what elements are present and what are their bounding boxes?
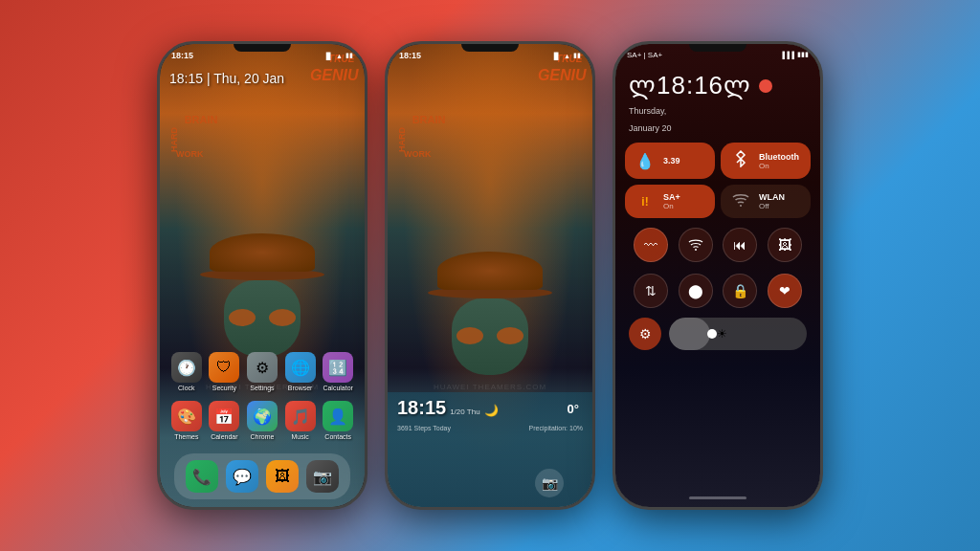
cc-btn-heart[interactable]: ❤ xyxy=(768,274,802,308)
chrome-label: Chrome xyxy=(251,433,275,440)
brightness-thumb xyxy=(707,329,717,339)
app-browser[interactable]: 🌐 Browser xyxy=(285,352,316,391)
dock-phone[interactable]: 📞 xyxy=(186,460,218,493)
app-music[interactable]: 🎵 Music xyxy=(285,401,316,440)
themes-label: Themes xyxy=(174,433,198,440)
toggle-sa-info: SA+ On xyxy=(663,192,680,210)
face-2 xyxy=(452,298,528,375)
face xyxy=(224,280,301,357)
dock-camera[interactable]: 📷 xyxy=(306,460,339,493)
toggle-bluetooth[interactable]: Bluetooth On xyxy=(721,143,811,179)
art-hard-2: HARD xyxy=(398,127,408,152)
lockscreen-date-inline: 1/20 Thu xyxy=(450,408,479,416)
app-row-2: 🎨 Themes 📅 Calendar 🌍 Chrome 🎵 Music 👤 xyxy=(167,401,357,440)
dock: 📞 💬 🖼 📷 xyxy=(174,453,350,499)
security-icon: 🛡 xyxy=(209,352,239,383)
cc-status-right: ▐▐▐ ▮▮▮ xyxy=(780,51,809,58)
toggle-bluetooth-info: Bluetooth On xyxy=(759,152,799,170)
app-calculator[interactable]: 🔢 Calculator xyxy=(323,352,353,391)
cc-signal-icon: ▐▐▐ xyxy=(780,52,794,58)
clock-label: Clock xyxy=(178,385,195,391)
art-genius-2: GENIU xyxy=(538,67,587,84)
toggle-data-name: 3.39 xyxy=(663,156,680,165)
notch-3 xyxy=(689,44,746,52)
cc-clock-area: ლ18:16ლ Thursday, January 20 xyxy=(615,65,820,139)
cc-time-row: ლ18:16ლ xyxy=(629,71,807,100)
browser-icon: 🌐 xyxy=(285,352,316,383)
svg-point-1 xyxy=(695,249,697,251)
toggle-data[interactable]: 💧 3.39 xyxy=(625,143,715,179)
data-icon: 💧 xyxy=(635,152,656,170)
hat xyxy=(210,233,315,272)
art-brain: BRAIN xyxy=(185,114,218,125)
art-hard: HARD xyxy=(170,127,180,152)
phone2-screen: True GENIU HARD BRAIN WORK 18:15 ▐▌ ▲ ▮▮… xyxy=(388,44,592,507)
app-grid: 🕐 Clock 🛡 Security ⚙ Settings 🌐 Browser … xyxy=(160,352,365,450)
art-brain-2: BRAIN xyxy=(412,114,446,125)
phone-1: True GENIU HARD BRAIN WORK 18:15 ▐▌ ▲ ▮▮… xyxy=(157,41,368,510)
app-calendar[interactable]: 📅 Calendar xyxy=(209,401,239,440)
toggle-sa-name: SA+ xyxy=(663,192,680,202)
svg-point-0 xyxy=(740,205,742,207)
battery-icon: ▮▮ xyxy=(345,52,353,59)
cc-btn-brightness[interactable]: ⬤ xyxy=(679,274,713,308)
lockscreen-steps: 3691 Steps Today xyxy=(397,425,451,431)
lockscreen-camera-btn[interactable]: 📷 xyxy=(535,469,564,497)
security-label: Security xyxy=(212,385,236,391)
cc-btn-wave[interactable]: 〰 xyxy=(634,228,668,262)
browser-label: Browser xyxy=(288,385,313,391)
calendar-icon: 📅 xyxy=(209,401,239,431)
cc-date-area: Thursday, January 20 xyxy=(629,100,807,135)
app-security[interactable]: 🛡 Security xyxy=(209,352,239,391)
lockscreen-time: 18:15 xyxy=(397,397,446,419)
cc-btn-gallery[interactable]: 🖼 xyxy=(768,228,802,262)
cc-date-line1: Thursday, xyxy=(629,106,666,116)
calendar-label: Calendar xyxy=(211,433,237,440)
toggle-wlan[interactable]: WLAN Off xyxy=(721,185,811,218)
app-contacts[interactable]: 👤 Contacts xyxy=(323,401,353,440)
toggle-sa[interactable]: i! SA+ On xyxy=(625,185,715,218)
chrome-icon: 🌍 xyxy=(247,401,278,431)
cc-battery-icon: ▮▮▮ xyxy=(797,51,809,58)
phone3-screen: SA+ | SA+ ▐▐▐ ▮▮▮ ლ18:16ლ Thursday, Janu… xyxy=(615,44,820,507)
cc-toggles-grid: 💧 3.39 Bluetooth On i! xyxy=(615,139,820,222)
brightness-slider[interactable]: ☀ xyxy=(669,318,807,350)
status-icons: ▐▌ ▲ ▮▮ xyxy=(323,52,353,59)
precipitation-text: Precipitation: 10% xyxy=(529,425,583,431)
brightness-fill xyxy=(669,318,710,350)
music-icon: 🎵 xyxy=(285,401,316,431)
contacts-icon: 👤 xyxy=(323,401,353,431)
dock-messages[interactable]: 💬 xyxy=(226,460,258,493)
phone1-screen: True GENIU HARD BRAIN WORK 18:15 ▐▌ ▲ ▮▮… xyxy=(160,44,365,507)
clock-widget: 18:15 | Thu, 20 Jan xyxy=(169,71,284,86)
watermark-2: HUAWEI THEAMERS.COM xyxy=(434,383,546,391)
dock-gallery[interactable]: 🖼 xyxy=(266,460,299,493)
app-chrome[interactable]: 🌍 Chrome xyxy=(247,401,278,440)
sun-icon: ☀ xyxy=(717,327,727,341)
cc-btn-lock[interactable]: 🔒 xyxy=(723,274,757,308)
toggle-wlan-name: WLAN xyxy=(759,192,785,202)
themes-icon: 🎨 xyxy=(171,401,202,431)
phone-3: SA+ | SA+ ▐▐▐ ▮▮▮ ლ18:16ლ Thursday, Janu… xyxy=(612,41,823,510)
settings-icon: ⚙ xyxy=(247,352,278,383)
lockscreen-precipitation: Precipitation: 10% xyxy=(529,417,583,434)
cc-btn-prev[interactable]: ⏮ xyxy=(723,228,757,262)
status-time-2: 18:15 xyxy=(399,51,421,60)
signal-icon-2: ▐▌ xyxy=(551,53,561,59)
art-genius: GENIU xyxy=(310,67,359,84)
cc-time: ლ18:16ლ xyxy=(629,71,751,100)
cc-dot xyxy=(759,79,772,93)
lockscreen-weather: 0° xyxy=(568,400,579,417)
signal-icon: ▐▌ xyxy=(323,53,333,59)
app-clock[interactable]: 🕐 Clock xyxy=(171,352,202,391)
wifi-icon-2: ▲ xyxy=(564,53,570,59)
cc-gear-button[interactable]: ⚙ xyxy=(629,318,661,350)
cc-btn-wifi[interactable] xyxy=(679,228,713,262)
cc-btn-rotate[interactable]: ⇅ xyxy=(634,274,668,308)
toggle-bluetooth-name: Bluetooth xyxy=(759,152,799,162)
clock-time: 18:15 | Thu, 20 Jan xyxy=(169,71,284,86)
app-themes[interactable]: 🎨 Themes xyxy=(171,401,202,440)
notch xyxy=(234,44,291,52)
toggle-sa-status: On xyxy=(663,202,680,210)
app-settings[interactable]: ⚙ Settings xyxy=(247,352,278,391)
